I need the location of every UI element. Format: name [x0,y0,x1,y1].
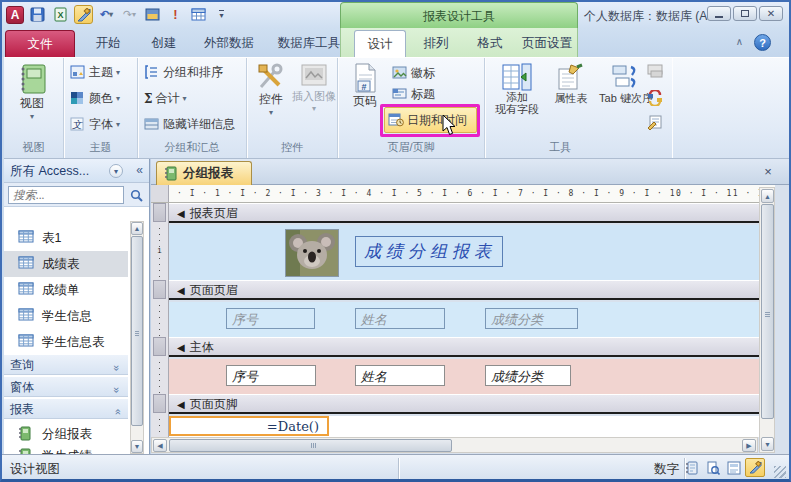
scroll-down-icon[interactable]: ▼ [131,440,143,453]
scroll-right-icon[interactable]: ▶ [742,439,756,452]
v-scroll-thumb[interactable] [761,204,774,419]
tab-format[interactable]: 格式 [464,30,516,57]
section-handle[interactable] [153,394,166,413]
convert-macros-icon[interactable] [647,114,663,130]
ruler-corner[interactable] [151,185,169,202]
nav-item-student-info[interactable]: 学生信息 [4,303,128,329]
report-header-band[interactable]: 成绩分组报表 [169,225,775,280]
section-handle[interactable] [153,280,166,299]
minimize-button[interactable] [707,6,731,21]
scroll-left-icon[interactable]: ◀ [153,439,167,452]
qat-more-icon[interactable]: ▾ [212,5,231,24]
totals-button[interactable]: Σ 合计▾ [144,90,187,107]
tab-home[interactable]: 开始 [82,30,134,57]
search-icon[interactable] [127,186,145,204]
design-view-icon[interactable] [74,5,93,24]
vertical-ruler[interactable]: 1 [151,203,169,437]
views-button[interactable]: 视图 ▾ [17,63,47,121]
run-icon[interactable]: ! [166,5,185,24]
nav-section-forms[interactable]: 窗体 » [4,376,128,397]
tab-file[interactable]: 文件 [5,30,75,57]
resize-grip[interactable] [774,466,786,478]
minimize-ribbon-icon[interactable]: ∧ [732,35,747,50]
page-footer-band[interactable]: =Date() [169,416,775,437]
section-bar-page-footer[interactable]: ◀页面页脚 [169,394,775,414]
tab-page-setup[interactable]: 页面设置 [516,30,578,57]
textbox-control[interactable]: 序号 [226,365,316,386]
design-view-icon[interactable] [745,458,765,477]
section-collapse-icon[interactable]: ◀ [177,282,185,300]
section-bar-detail[interactable]: ◀主体 [169,337,775,357]
search-input[interactable] [8,186,124,204]
controls-button[interactable]: 控件 ▾ [251,63,291,117]
title-button[interactable]: 标题 [392,86,435,103]
horizontal-scrollbar[interactable]: ◀ ▶ [151,437,758,453]
nav-item-score-sheet[interactable]: 成绩单 [4,277,128,303]
scroll-up-icon[interactable]: ▲ [761,189,774,203]
tab-create[interactable]: 创建 [138,30,190,57]
page-number-button[interactable]: # 页码 [346,63,384,110]
section-bar-page-header[interactable]: ◀页面页眉 [169,280,775,300]
date-expression-control[interactable]: =Date() [169,416,329,436]
print-preview-icon[interactable] [703,458,723,477]
nav-section-reports[interactable]: 报表 » [4,398,128,419]
hide-details-button[interactable]: 隐藏详细信息 [144,116,235,133]
tab-arrange[interactable]: 排列 [410,30,462,57]
access-logo-icon[interactable]: A [6,6,24,24]
help-icon[interactable]: ? [754,34,771,51]
close-document-icon[interactable]: × [759,163,777,181]
page-header-band[interactable]: 序号 姓名 成绩分类 [169,302,775,337]
detail-band[interactable]: 序号 姓名 成绩分类 [169,359,775,394]
group-sort-button[interactable]: 分组和排序 [144,64,223,81]
table-icon [18,308,34,324]
document-tab-group-report[interactable]: 分组报表 [156,161,252,185]
save-icon[interactable] [28,5,47,24]
section-handle[interactable] [153,203,166,222]
label-control[interactable]: 姓名 [355,308,445,329]
switchboard-icon[interactable] [143,5,162,24]
export-excel-icon[interactable]: X [51,5,70,24]
scroll-down-icon[interactable]: ▼ [761,437,774,451]
koala-image[interactable] [285,229,339,277]
layout-view-icon[interactable] [724,458,744,477]
nav-scroll-thumb[interactable] [131,236,143,426]
view-code-icon[interactable] [647,90,663,106]
report-title-control[interactable]: 成绩分组报表 [355,236,503,267]
fonts-button[interactable]: 文 字体▾ [70,116,120,133]
themes-button[interactable]: 主题▾ [70,64,120,81]
restore-button[interactable] [733,6,757,21]
report-view-icon[interactable] [682,458,702,477]
nav-pane-header[interactable]: 所有 Access... [4,159,149,183]
section-handle[interactable] [153,337,166,356]
nav-item-table1[interactable]: 表1 [4,225,128,251]
property-sheet-button[interactable]: 属性表 [547,63,595,106]
tab-database-tools[interactable]: 数据库工具 [268,30,350,57]
nav-item-student-info-table[interactable]: 学生信息表 [4,329,128,355]
logo-button[interactable]: 徽标 [392,65,435,82]
nav-section-queries[interactable]: 查询 » [4,354,128,375]
h-scroll-thumb[interactable] [169,439,452,452]
section-collapse-icon[interactable]: ◀ [177,339,185,357]
table-icon[interactable] [189,5,208,24]
section-collapse-icon[interactable]: ◀ [177,396,185,414]
section-bar-report-header[interactable]: ◀报表页眉 [169,203,775,223]
tab-external-data[interactable]: 外部数据 [194,30,264,57]
nav-item-score-table[interactable]: 成绩表 [4,251,128,277]
nav-scrollbar[interactable]: ▲ ▼ [130,221,144,454]
section-collapse-icon[interactable]: ◀ [177,205,185,223]
label-control[interactable]: 成绩分类 [485,308,578,329]
vertical-scrollbar[interactable]: ▲ ▼ [759,187,775,453]
colors-button[interactable]: 颜色▾ [70,90,120,107]
scroll-up-icon[interactable]: ▲ [131,222,143,235]
add-existing-fields-button[interactable]: 添加 现有字段 [489,63,545,115]
textbox-control[interactable]: 成绩分类 [485,365,571,386]
textbox-control[interactable]: 姓名 [355,365,445,386]
tab-design[interactable]: 设计 [354,30,406,57]
undo-icon[interactable]: ↶▾ [97,5,116,24]
views-button-label: 视图 [20,95,44,112]
nav-menu-icon[interactable]: ▾ [109,164,123,178]
label-control[interactable]: 序号 [226,308,315,329]
shutter-close-icon[interactable]: « [136,163,143,177]
close-button[interactable]: ✕ [759,6,783,21]
horizontal-ruler[interactable]: · I · 1 · I · 2 · I · 3 · I · 4 · I · 5 … [169,185,775,202]
